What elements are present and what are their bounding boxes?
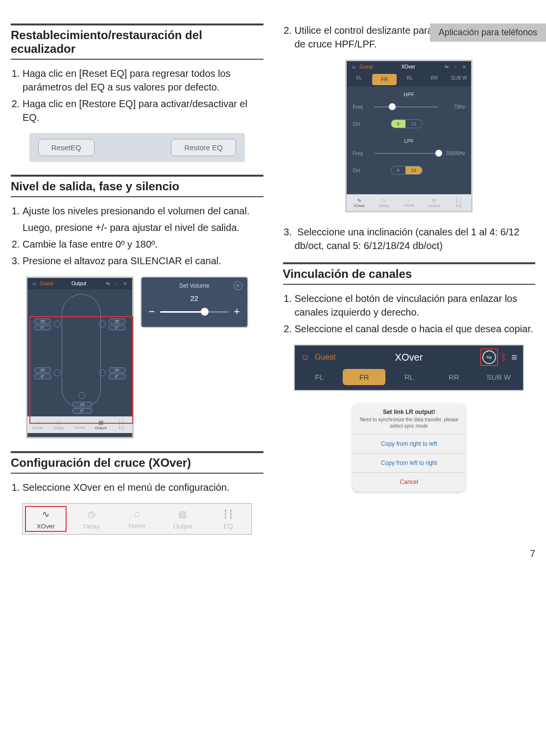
oct-label: Oct (353, 121, 370, 127)
screen-title: XOver (376, 64, 441, 69)
steps-eq-reset: Haga clic en [Reset EQ] para regresar to… (11, 67, 263, 124)
tab-rr[interactable]: RR (432, 369, 475, 385)
tab-delay[interactable]: ◷Delay (372, 194, 397, 211)
channel-tabs: FL FR RL RR SUB W (347, 72, 471, 87)
tab-subw[interactable]: SUB W (477, 369, 521, 385)
clock-icon: ◷ (69, 509, 114, 520)
step: Haga clic en [Restore EQ] para activar/d… (23, 97, 263, 124)
xover-screenshot: ☺ Guest XOver ⇋ ᛒ ≡ FL FR RL RR SUB W (345, 60, 473, 212)
hpf-freq-slider[interactable] (374, 106, 439, 108)
user-icon: ☺ (31, 281, 37, 286)
nav-eq[interactable]: ┇┇EQ (206, 504, 251, 534)
close-icon[interactable]: ✕ (234, 281, 242, 290)
dialog-subtitle: Need to synchronize the data transfer, p… (353, 416, 465, 434)
screen-title: Output (56, 281, 101, 286)
cancel-button[interactable]: Cancel (353, 472, 465, 491)
tab-rl[interactable]: RL (387, 369, 430, 385)
tab-eq[interactable]: ┇┇EQ (446, 194, 471, 211)
sliders-icon: ┇┇ (206, 509, 251, 520)
user-icon: ☺ (301, 352, 309, 363)
channel-tabs: FL FR RL RR SUB W (295, 369, 523, 390)
freq-label: Freq (353, 151, 370, 156)
bluetooth-icon[interactable]: ᛒ (501, 352, 507, 363)
steps-xover-cont2: Seleccione una inclinación (canales del … (283, 225, 536, 252)
user-label: Guest (359, 64, 373, 69)
volume-slider[interactable] (160, 311, 229, 313)
output-screenshot: ☺ Guest Output ⇋ ᛒ ≡ 35 0° (26, 276, 134, 438)
volume-value: 22 (147, 294, 241, 302)
page-number: 7 (530, 548, 535, 559)
step: Cambie la fase entre 0º y 180º. (23, 237, 263, 251)
lpf-freq-slider[interactable] (374, 153, 439, 154)
dialog-title: Set link LR output! (353, 404, 465, 416)
nav-strip: ∿ XOver ◷Delay ⌂Home ▤Output ┇┇EQ (22, 503, 252, 535)
step-subtext: Luego, presione +/- para ajustar el nive… (23, 221, 263, 234)
oct-label: Oct (353, 168, 370, 173)
nav-home[interactable]: ⌂Home (114, 504, 160, 534)
tab-rl[interactable]: RL (398, 72, 422, 87)
popup-title: Set Volume (147, 282, 241, 289)
user-icon: ☺ (351, 64, 356, 69)
set-volume-popup: ✕ Set Volume 22 − + (141, 276, 248, 328)
step: Seleccione XOver en el menú de configura… (23, 481, 263, 494)
tab-fr[interactable]: FR (372, 74, 397, 85)
plus-button[interactable]: + (233, 305, 241, 318)
step: Seleccione el botón de vinculación para … (295, 292, 536, 319)
tab-fl[interactable]: FL (298, 369, 341, 385)
highlight-box (25, 506, 67, 532)
link-button[interactable]: ⇋ (482, 350, 496, 364)
tab-subw[interactable]: SUB W (447, 72, 471, 87)
screen-title: XOver (340, 352, 477, 363)
tab-fl[interactable]: FL (347, 72, 371, 87)
link-dialog: Set link LR output! Need to synchronize … (353, 404, 465, 491)
steps-link: Seleccione el botón de vinculación para … (283, 292, 536, 336)
reset-eq-button[interactable]: ResetEQ (38, 139, 95, 156)
bottom-nav: ∿XOver ◷Delay ⌂Home ▤Output ┇┇EQ (347, 194, 471, 211)
section-title-link: Vinculación de canales (283, 265, 536, 285)
bluetooth-icon[interactable]: ᛒ (114, 281, 119, 286)
step-text: Ajuste los niveles presionando el volume… (23, 206, 250, 216)
section-title-xover: Configuración del cruce (XOver) (11, 454, 263, 474)
link-icon[interactable]: ⇋ (105, 281, 111, 286)
steps-xover: Seleccione XOver en el menú de configura… (11, 481, 263, 494)
copy-left-to-right[interactable]: Copy from left to right (353, 453, 465, 472)
step: Presione el altavoz para SILENCIAR el ca… (23, 254, 263, 268)
highlight-box (29, 316, 133, 424)
menu-icon[interactable]: ≡ (461, 64, 467, 69)
bluetooth-icon[interactable]: ᛒ (452, 64, 458, 69)
hpf-oct-segment[interactable]: 6 12 (391, 119, 423, 128)
step: Haga clic en [Reset EQ] para regresar to… (23, 67, 263, 94)
step: Seleccione el canal desde o hacia el que… (295, 322, 536, 336)
hpf-label: HPF (347, 87, 471, 99)
lpf-label: LPF (347, 133, 471, 146)
highlight-box (480, 348, 498, 366)
section-title-output: Nivel de salida, fase y silencio (11, 178, 263, 197)
tab-fr[interactable]: FR (343, 369, 386, 385)
tab-rr[interactable]: RR (422, 72, 447, 87)
lpf-freq-value: 20000Hz (443, 151, 465, 156)
user-label: Guest (315, 353, 336, 362)
eq-strip: ResetEQ Restore EQ (29, 133, 245, 162)
section-title-eq-reset: Restablecimiento/restauración del ecuali… (11, 26, 263, 60)
lpf-oct-segment[interactable]: 6 12 (391, 166, 423, 175)
menu-icon[interactable]: ≡ (512, 352, 518, 363)
step: Seleccione una inclinación (canales del … (295, 225, 536, 252)
nav-xover[interactable]: ∿ XOver (23, 504, 69, 534)
xover-header-shot: ☺ Guest XOver ⇋ ᛒ ≡ FL FR RL RR SUB W (294, 344, 524, 391)
nav-output[interactable]: ▤Output (160, 504, 205, 534)
grid-icon: ▤ (160, 509, 205, 520)
user-label: Guest (40, 281, 53, 286)
nav-delay[interactable]: ◷Delay (69, 504, 114, 534)
tab-output[interactable]: ▤Output (422, 194, 447, 211)
hpf-freq-value: 70Hz (443, 104, 465, 110)
tab-home[interactable]: ⌂Home (397, 194, 422, 211)
link-icon[interactable]: ⇋ (444, 64, 450, 69)
restore-eq-button[interactable]: Restore EQ (171, 139, 236, 156)
copy-right-to-left[interactable]: Copy from right to left (353, 434, 465, 453)
home-icon: ⌂ (114, 509, 160, 519)
minus-button[interactable]: − (147, 305, 156, 318)
doc-section-tab: Aplicación para teléfonos (430, 23, 546, 42)
tab-xover[interactable]: ∿XOver (347, 194, 372, 211)
menu-icon[interactable]: ≡ (122, 281, 128, 286)
freq-label: Freq (353, 104, 370, 110)
